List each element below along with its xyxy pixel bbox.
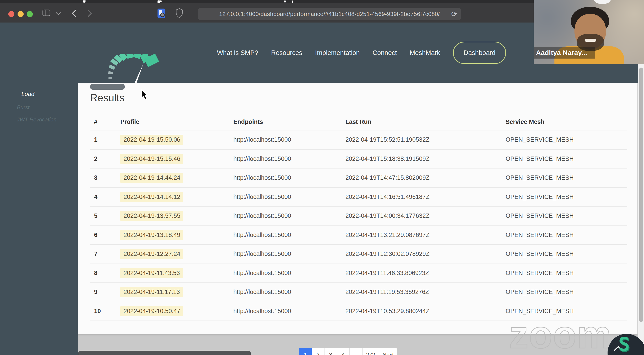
zoom-window-button[interactable] <box>27 11 33 17</box>
screen: 127.0.0.1:4000/dashboard/performance/#41… <box>0 0 644 355</box>
tab-chip[interactable] <box>90 84 125 90</box>
webcam-video-tile: Aaditya Naray... <box>534 0 644 64</box>
vertical-scrollbar-track[interactable] <box>638 23 644 355</box>
table-row[interactable]: 7 2022-04-19-12.27.24 http://localhost:1… <box>90 245 627 264</box>
vertical-scrollbar-thumb[interactable] <box>639 68 643 322</box>
profile-cell[interactable]: 2022-04-19-13.18.49 <box>120 230 233 240</box>
endpoints-cell: http://localhost:15000 <box>233 193 346 200</box>
nav-link[interactable]: Resources <box>271 49 302 57</box>
horizontal-scrollbar-thumb[interactable] <box>78 351 251 355</box>
lastrun-cell: 2022-04-19T15:52:51.190532Z <box>346 136 506 143</box>
zoom-watermark: zoom <box>509 312 612 355</box>
forward-icon[interactable] <box>87 10 92 17</box>
pagination-button[interactable]: … <box>350 348 362 355</box>
nav-link[interactable]: Connect <box>373 49 397 57</box>
lastrun-cell: 2022-04-19T11:46:33.806923Z <box>346 270 506 277</box>
table-row[interactable]: 2 2022-04-19-15.15.46 http://localhost:1… <box>90 150 627 169</box>
mesh-cell: OPEN_SERVICE_MESH <box>506 232 627 239</box>
endpoints-cell: http://localhost:15000 <box>233 308 346 315</box>
back-icon[interactable] <box>72 10 76 17</box>
endpoints-cell: http://localhost:15000 <box>233 250 346 257</box>
table-header-row: # Profile Endpoints Last Run Service Mes… <box>90 114 627 130</box>
pagination-button[interactable]: 1 <box>299 348 312 355</box>
column-header-endpoints: Endpoints <box>233 119 346 126</box>
minimize-window-button[interactable] <box>18 11 24 17</box>
results-panel: Results # Profile Endpoints Last Run Ser… <box>78 83 638 334</box>
row-number-cell: 8 <box>94 270 120 277</box>
results-table: # Profile Endpoints Last Run Service Mes… <box>90 114 627 321</box>
profile-cell[interactable]: 2022-04-19-14.44.24 <box>120 173 233 183</box>
column-header-num: # <box>94 119 120 126</box>
profile-cell[interactable]: 2022-04-19-15.15.46 <box>120 154 233 164</box>
column-header-mesh: Service Mesh <box>506 119 627 126</box>
nav-link[interactable]: Implementation <box>315 49 360 57</box>
sidebar-chevron-icon[interactable] <box>56 12 61 15</box>
mesh-cell: OPEN_SERVICE_MESH <box>506 270 627 277</box>
endpoints-cell: http://localhost:15000 <box>233 232 346 239</box>
pagination-button[interactable]: Next <box>379 348 398 355</box>
mouse-cursor <box>141 89 150 101</box>
close-window-button[interactable] <box>8 11 14 17</box>
profile-cell[interactable]: 2022-04-19-12.27.24 <box>120 249 233 259</box>
url-bar[interactable]: 127.0.0.1:4000/dashboard/performance/#41… <box>198 8 461 20</box>
bookmark-extension-icon[interactable] <box>158 9 165 18</box>
nav-link[interactable]: What is SMP? <box>217 49 258 57</box>
row-number-cell: 9 <box>94 288 120 295</box>
table-row[interactable]: 1 2022-04-19-15.50.06 http://localhost:1… <box>90 130 627 150</box>
pagination-button[interactable]: 272 <box>362 348 379 355</box>
endpoints-cell: http://localhost:15000 <box>233 155 346 162</box>
sidebar-item[interactable]: Burst <box>17 104 78 111</box>
mesh-cell: OPEN_SERVICE_MESH <box>506 155 627 162</box>
mesh-cell: OPEN_SERVICE_MESH <box>506 193 627 200</box>
lastrun-cell: 2022-04-19T13:21:29.087697Z <box>346 232 506 239</box>
lastrun-cell: 2022-04-19T12:30:02.078929Z <box>346 250 506 257</box>
sidebar-item[interactable]: Load <box>22 91 78 98</box>
lastrun-cell: 2022-04-19T15:18:38.191509Z <box>346 155 506 162</box>
table-row[interactable]: 5 2022-04-19-13.57.55 http://localhost:1… <box>90 207 627 226</box>
url-text: 127.0.0.1:4000/dashboard/performance/#41… <box>219 11 440 18</box>
column-header-profile: Profile <box>120 119 233 126</box>
endpoints-cell: http://localhost:15000 <box>233 174 346 181</box>
profile-cell[interactable]: 2022-04-19-14.14.12 <box>120 192 233 202</box>
reload-icon[interactable]: ⟳ <box>451 10 457 18</box>
profile-cell[interactable]: 2022-04-19-13.57.55 <box>120 211 233 221</box>
row-number-cell: 10 <box>94 308 120 315</box>
profile-cell[interactable]: 2022-04-19-11.17.13 <box>120 287 233 297</box>
table-row[interactable]: 8 2022-04-19-11.43.53 http://localhost:1… <box>90 264 627 283</box>
speaker-name-label: Aaditya Naray... <box>534 47 595 59</box>
profile-cell[interactable]: 2022-04-19-11.43.53 <box>120 268 233 278</box>
row-number-cell: 3 <box>94 174 120 181</box>
lastrun-cell: 2022-04-19T10:53:29.880244Z <box>346 308 506 315</box>
page-title: Results <box>90 92 124 104</box>
profile-cell[interactable]: 2022-04-19-10.50.47 <box>120 306 233 316</box>
nav-link[interactable]: MeshMark <box>410 49 440 57</box>
smp-layered-s-icon: S <box>618 335 630 354</box>
mesh-cell: OPEN_SERVICE_MESH <box>506 136 627 143</box>
profile-cell[interactable]: 2022-04-19-15.50.06 <box>120 135 233 145</box>
row-number-cell: 5 <box>94 212 120 219</box>
table-row[interactable]: 9 2022-04-19-11.17.13 http://localhost:1… <box>90 283 627 302</box>
column-header-lastrun: Last Run <box>346 119 506 126</box>
lastrun-cell: 2022-04-19T14:00:34.177632Z <box>346 212 506 219</box>
endpoints-cell: http://localhost:15000 <box>233 288 346 295</box>
speaker-name-text: Aaditya Naray... <box>536 49 587 57</box>
pagination-button[interactable]: 3 <box>324 348 337 355</box>
mesh-cell: OPEN_SERVICE_MESH <box>506 212 627 219</box>
row-number-cell: 4 <box>94 193 120 200</box>
sidebar-item[interactable]: JWT Revocation <box>17 116 78 123</box>
nav-link[interactable]: Dashboard <box>453 42 506 64</box>
sidebar-toggle-icon[interactable] <box>42 10 50 16</box>
lastrun-cell: 2022-04-19T14:47:15.802009Z <box>346 174 506 181</box>
site-nav: What is SMP? Resources Implementation Co… <box>217 23 506 83</box>
pagination-button[interactable]: 2 <box>312 348 324 355</box>
endpoints-cell: http://localhost:15000 <box>233 270 346 277</box>
shield-extension-icon[interactable] <box>176 8 183 18</box>
table-row[interactable]: 4 2022-04-19-14.14.12 http://localhost:1… <box>90 188 627 207</box>
row-number-cell: 2 <box>94 155 120 162</box>
mesh-cell: OPEN_SERVICE_MESH <box>506 288 627 295</box>
mesh-cell: OPEN_SERVICE_MESH <box>506 250 627 257</box>
table-row[interactable]: 6 2022-04-19-13.18.49 http://localhost:1… <box>90 226 627 245</box>
pagination-button[interactable]: 4 <box>337 348 350 355</box>
table-row[interactable]: 3 2022-04-19-14.44.24 http://localhost:1… <box>90 168 627 188</box>
lastrun-cell: 2022-04-19T14:16:51.496187Z <box>346 193 506 200</box>
